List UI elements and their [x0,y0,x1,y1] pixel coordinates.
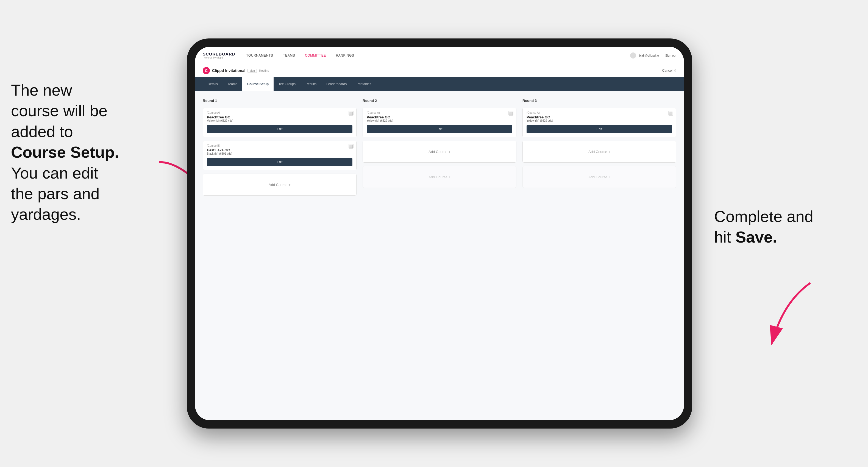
tab-details[interactable]: Details [203,77,223,91]
round-2-course-a-tee: Yellow (M) (6629 yds) [367,119,512,122]
main-content: Round 1 (Course A) Peachtree GC Yellow (… [195,91,684,420]
tab-teams[interactable]: Teams [223,77,242,91]
nav-committee[interactable]: COMMITTEE [305,54,326,57]
round-2-course-a-delete-button[interactable]: ⬜ [508,111,514,116]
tournament-name-area: C Clippd Invitational Men Hosting [203,67,269,74]
round-3-add-course-disabled: Add Course + [522,166,676,188]
tab-tee-groups[interactable]: Tee Groups [274,77,301,91]
round-1-course-b-tee: Black (M) (6891 yds) [207,152,352,155]
round-3-course-a-delete-button[interactable]: ⬜ [668,111,673,116]
round-1-course-a-delete-button[interactable]: ⬜ [348,111,353,116]
round-1-add-course-button[interactable]: Add Course + [203,174,356,195]
tournament-gender-badge: Men [247,69,256,73]
round-2-course-a-label: (Course A) [367,111,512,114]
round-2-add-course-button[interactable]: Add Course + [363,141,517,163]
tournament-title: Clippd Invitational [212,68,245,73]
round-3-course-a-name: Peachtree GC [527,115,672,119]
clippd-icon: C [203,67,210,74]
round-2-course-a-card: (Course A) Peachtree GC Yellow (M) (6629… [363,108,517,137]
round-1-course-b-card: (Course B) East Lake GC Black (M) (6891 … [203,141,356,170]
round-3-add-course-button[interactable]: Add Course + [522,141,676,163]
round-2-column: Round 2 (Course A) Peachtree GC Yellow (… [363,99,517,195]
round-1-header: Round 1 [203,99,356,103]
round-2-add-course-disabled: Add Course + [363,166,517,188]
round-3-course-a-edit-button[interactable]: Edit [527,125,672,133]
round-3-course-a-card: (Course A) Peachtree GC Yellow (M) (6629… [522,108,676,137]
top-nav-links: TOURNAMENTS TEAMS COMMITTEE RANKINGS [246,54,630,57]
logo-text: SCOREBOARD [203,52,235,56]
tournament-bar: C Clippd Invitational Men Hosting Cancel… [195,64,684,77]
round-3-course-a-tee: Yellow (M) (6629 yds) [527,119,672,122]
round-1-course-b-label: (Course B) [207,144,352,147]
round-1-course-a-edit-button[interactable]: Edit [207,125,352,133]
user-avatar [630,53,636,59]
cancel-button[interactable]: Cancel ✕ [662,69,676,72]
tab-results[interactable]: Results [301,77,321,91]
round-3-add-course-label: Add Course + [588,150,610,154]
round-1-course-b-delete-button[interactable]: ⬜ [348,144,353,149]
tab-printables[interactable]: Printables [351,77,376,91]
annotation-right: Complete and hit Save. [714,206,851,248]
round-2-add-course-disabled-label: Add Course + [429,175,451,179]
tab-course-setup[interactable]: Course Setup [242,77,274,91]
round-1-course-b-name: East Lake GC [207,148,352,152]
round-1-course-a-card: (Course A) Peachtree GC Yellow (M) (6629… [203,108,356,137]
round-1-add-course-label: Add Course + [269,183,290,187]
user-email: blair@clippd.io [639,54,659,57]
round-3-course-a-label: (Course A) [527,111,672,114]
tablet-device: SCOREBOARD Powered by clippd TOURNAMENTS… [187,38,692,429]
tablet-screen: SCOREBOARD Powered by clippd TOURNAMENTS… [195,47,684,420]
round-3-header: Round 3 [522,99,676,103]
nav-teams[interactable]: TEAMS [283,54,295,57]
tab-bar: Details Teams Course Setup Tee Groups Re… [195,77,684,91]
tournament-status: Hosting [259,69,269,72]
round-1-course-a-label: (Course A) [207,111,352,114]
round-2-header: Round 2 [363,99,517,103]
top-nav-right: blair@clippd.io | Sign out [630,53,676,59]
arrow-right [728,275,824,363]
round-1-course-a-tee: Yellow (M) (6629 yds) [207,119,352,122]
round-3-add-course-disabled-label: Add Course + [588,175,610,179]
separator: | [662,54,662,57]
scoreboard-logo: SCOREBOARD Powered by clippd [203,52,235,59]
round-2-course-a-name: Peachtree GC [367,115,512,119]
sign-out-link[interactable]: Sign out [665,54,676,57]
round-1-column: Round 1 (Course A) Peachtree GC Yellow (… [203,99,356,195]
top-nav: SCOREBOARD Powered by clippd TOURNAMENTS… [195,47,684,64]
round-2-add-course-label: Add Course + [429,150,451,154]
round-1-course-a-name: Peachtree GC [207,115,352,119]
round-3-column: Round 3 (Course A) Peachtree GC Yellow (… [522,99,676,195]
round-2-course-a-edit-button[interactable]: Edit [367,125,512,133]
powered-by: Powered by clippd [203,56,235,59]
round-1-course-b-edit-button[interactable]: Edit [207,158,352,166]
tab-leaderboards[interactable]: Leaderboards [321,77,351,91]
rounds-grid: Round 1 (Course A) Peachtree GC Yellow (… [203,99,676,195]
nav-tournaments[interactable]: TOURNAMENTS [246,54,273,57]
nav-rankings[interactable]: RANKINGS [336,54,354,57]
